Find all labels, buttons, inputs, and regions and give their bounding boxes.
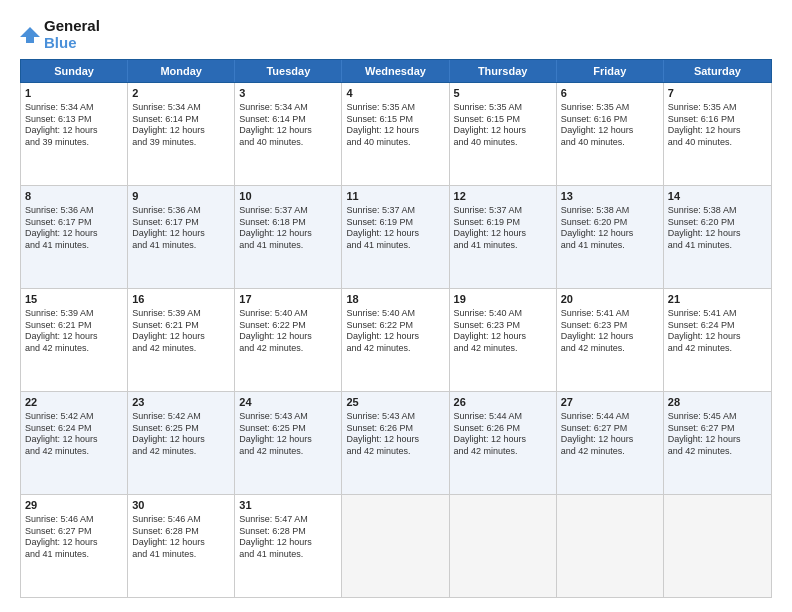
- page: GeneralBlue SundayMondayTuesdayWednesday…: [0, 0, 792, 612]
- cell-line: and 41 minutes.: [132, 240, 230, 252]
- cell-line: Sunset: 6:15 PM: [346, 114, 444, 126]
- calendar-body: 1Sunrise: 5:34 AMSunset: 6:13 PMDaylight…: [20, 83, 772, 598]
- cell-line: and 42 minutes.: [561, 343, 659, 355]
- cell-line: Sunrise: 5:36 AM: [25, 205, 123, 217]
- cell-line: Sunset: 6:25 PM: [132, 423, 230, 435]
- cell-line: Sunset: 6:26 PM: [346, 423, 444, 435]
- day-number: 17: [239, 292, 337, 307]
- calendar-row-1: 8Sunrise: 5:36 AMSunset: 6:17 PMDaylight…: [21, 186, 771, 289]
- day-number: 25: [346, 395, 444, 410]
- cell-line: and 39 minutes.: [132, 137, 230, 149]
- day-cell-10: 10Sunrise: 5:37 AMSunset: 6:18 PMDayligh…: [235, 186, 342, 288]
- empty-cell: [664, 495, 771, 597]
- cell-line: Sunrise: 5:43 AM: [346, 411, 444, 423]
- day-cell-14: 14Sunrise: 5:38 AMSunset: 6:20 PMDayligh…: [664, 186, 771, 288]
- logo-line2: Blue: [44, 35, 100, 52]
- cell-line: Sunrise: 5:34 AM: [132, 102, 230, 114]
- day-cell-12: 12Sunrise: 5:37 AMSunset: 6:19 PMDayligh…: [450, 186, 557, 288]
- day-cell-5: 5Sunrise: 5:35 AMSunset: 6:15 PMDaylight…: [450, 83, 557, 185]
- cell-line: Daylight: 12 hours: [239, 228, 337, 240]
- cell-line: and 41 minutes.: [668, 240, 767, 252]
- day-number: 30: [132, 498, 230, 513]
- day-number: 27: [561, 395, 659, 410]
- cell-line: Daylight: 12 hours: [132, 331, 230, 343]
- day-cell-11: 11Sunrise: 5:37 AMSunset: 6:19 PMDayligh…: [342, 186, 449, 288]
- calendar-row-2: 15Sunrise: 5:39 AMSunset: 6:21 PMDayligh…: [21, 289, 771, 392]
- day-number: 31: [239, 498, 337, 513]
- cell-line: and 41 minutes.: [346, 240, 444, 252]
- cell-line: Daylight: 12 hours: [239, 331, 337, 343]
- cell-line: Daylight: 12 hours: [346, 228, 444, 240]
- cell-line: and 42 minutes.: [239, 343, 337, 355]
- cell-line: Sunset: 6:21 PM: [25, 320, 123, 332]
- cell-line: Sunrise: 5:42 AM: [132, 411, 230, 423]
- header-day-saturday: Saturday: [664, 60, 771, 82]
- cell-line: Sunset: 6:24 PM: [25, 423, 123, 435]
- cell-line: and 42 minutes.: [132, 446, 230, 458]
- cell-line: Sunset: 6:26 PM: [454, 423, 552, 435]
- cell-line: Sunset: 6:23 PM: [561, 320, 659, 332]
- cell-line: Sunset: 6:20 PM: [668, 217, 767, 229]
- cell-line: Daylight: 12 hours: [561, 331, 659, 343]
- header-day-wednesday: Wednesday: [342, 60, 449, 82]
- cell-line: Daylight: 12 hours: [25, 228, 123, 240]
- day-cell-1: 1Sunrise: 5:34 AMSunset: 6:13 PMDaylight…: [21, 83, 128, 185]
- cell-line: Sunrise: 5:46 AM: [132, 514, 230, 526]
- calendar-row-4: 29Sunrise: 5:46 AMSunset: 6:27 PMDayligh…: [21, 495, 771, 597]
- cell-line: and 41 minutes.: [239, 240, 337, 252]
- cell-line: Sunset: 6:22 PM: [239, 320, 337, 332]
- day-number: 20: [561, 292, 659, 307]
- cell-line: Sunset: 6:20 PM: [561, 217, 659, 229]
- cell-line: Sunset: 6:14 PM: [239, 114, 337, 126]
- cell-line: Sunrise: 5:34 AM: [25, 102, 123, 114]
- calendar-row-3: 22Sunrise: 5:42 AMSunset: 6:24 PMDayligh…: [21, 392, 771, 495]
- day-number: 29: [25, 498, 123, 513]
- cell-line: Daylight: 12 hours: [668, 331, 767, 343]
- cell-line: and 42 minutes.: [454, 446, 552, 458]
- logo-row: GeneralBlue: [20, 18, 100, 51]
- cell-line: and 41 minutes.: [25, 549, 123, 561]
- day-cell-27: 27Sunrise: 5:44 AMSunset: 6:27 PMDayligh…: [557, 392, 664, 494]
- cell-line: Sunrise: 5:44 AM: [454, 411, 552, 423]
- day-cell-20: 20Sunrise: 5:41 AMSunset: 6:23 PMDayligh…: [557, 289, 664, 391]
- cell-line: Sunset: 6:23 PM: [454, 320, 552, 332]
- cell-line: Daylight: 12 hours: [454, 228, 552, 240]
- cell-line: Sunset: 6:27 PM: [25, 526, 123, 538]
- day-number: 24: [239, 395, 337, 410]
- cell-line: Sunrise: 5:35 AM: [454, 102, 552, 114]
- cell-line: Daylight: 12 hours: [25, 331, 123, 343]
- header-day-monday: Monday: [128, 60, 235, 82]
- cell-line: Sunrise: 5:38 AM: [561, 205, 659, 217]
- day-cell-17: 17Sunrise: 5:40 AMSunset: 6:22 PMDayligh…: [235, 289, 342, 391]
- day-number: 13: [561, 189, 659, 204]
- empty-cell: [450, 495, 557, 597]
- day-cell-31: 31Sunrise: 5:47 AMSunset: 6:28 PMDayligh…: [235, 495, 342, 597]
- cell-line: Sunrise: 5:35 AM: [561, 102, 659, 114]
- cell-line: Daylight: 12 hours: [561, 125, 659, 137]
- cell-line: and 42 minutes.: [25, 446, 123, 458]
- day-cell-16: 16Sunrise: 5:39 AMSunset: 6:21 PMDayligh…: [128, 289, 235, 391]
- cell-line: Sunset: 6:17 PM: [25, 217, 123, 229]
- cell-line: Sunset: 6:15 PM: [454, 114, 552, 126]
- cell-line: Daylight: 12 hours: [668, 434, 767, 446]
- cell-line: Sunrise: 5:36 AM: [132, 205, 230, 217]
- cell-line: Sunrise: 5:35 AM: [668, 102, 767, 114]
- day-number: 19: [454, 292, 552, 307]
- day-number: 18: [346, 292, 444, 307]
- day-cell-26: 26Sunrise: 5:44 AMSunset: 6:26 PMDayligh…: [450, 392, 557, 494]
- cell-line: Sunrise: 5:41 AM: [668, 308, 767, 320]
- day-cell-24: 24Sunrise: 5:43 AMSunset: 6:25 PMDayligh…: [235, 392, 342, 494]
- empty-cell: [342, 495, 449, 597]
- day-number: 16: [132, 292, 230, 307]
- cell-line: Sunset: 6:16 PM: [668, 114, 767, 126]
- cell-line: and 42 minutes.: [346, 446, 444, 458]
- cell-line: and 42 minutes.: [25, 343, 123, 355]
- cell-line: Sunset: 6:28 PM: [239, 526, 337, 538]
- day-number: 23: [132, 395, 230, 410]
- cell-line: Sunrise: 5:38 AM: [668, 205, 767, 217]
- header-day-thursday: Thursday: [450, 60, 557, 82]
- cell-line: and 42 minutes.: [668, 446, 767, 458]
- cell-line: Daylight: 12 hours: [346, 434, 444, 446]
- cell-line: and 41 minutes.: [239, 549, 337, 561]
- header: GeneralBlue: [20, 18, 772, 51]
